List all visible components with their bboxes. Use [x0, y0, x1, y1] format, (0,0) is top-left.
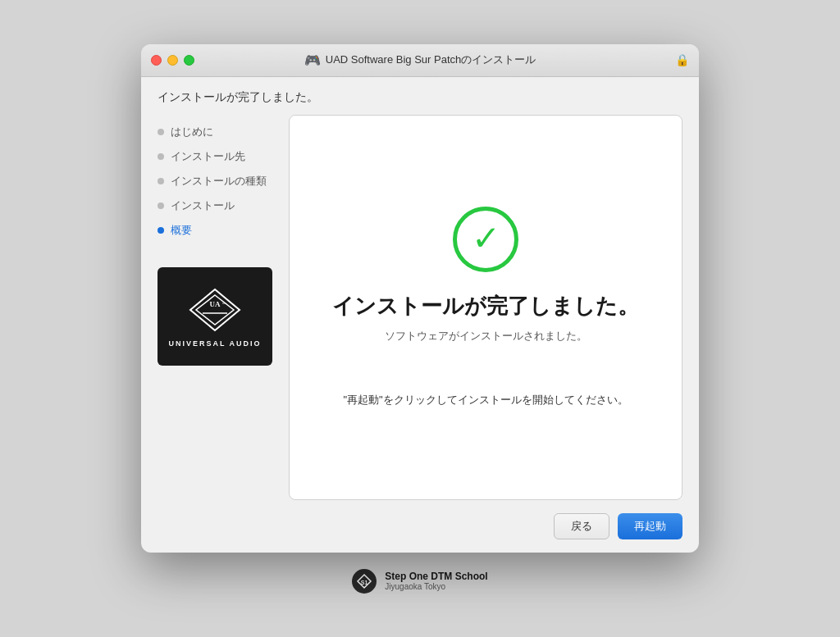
minimize-button[interactable] — [167, 55, 178, 66]
top-header: インストールが完了しました。 — [141, 77, 699, 115]
school-name: Step One DTM School — [385, 571, 487, 582]
sidebar: はじめに インストール先 インストールの種類 インストール — [158, 115, 289, 513]
sidebar-item-summary: 概要 — [158, 218, 281, 243]
success-subtitle: ソフトウェアがインストールされました。 — [385, 329, 587, 344]
title-bar-center: 🎮 UAD Software Big Sur Patchのインストール — [304, 52, 536, 68]
installer-window: 🎮 UAD Software Big Sur Patchのインストール 🔒 イン… — [141, 44, 699, 553]
sidebar-item-intro: はじめに — [158, 120, 281, 144]
svg-text:S1: S1 — [361, 580, 368, 585]
sidebar-label-intro: はじめに — [171, 125, 213, 139]
sidebar-item-destination: インストール先 — [158, 144, 281, 169]
window-title: UAD Software Big Sur Patchのインストール — [326, 52, 536, 67]
sidebar-dot-summary — [158, 227, 164, 234]
brand-text: UNIVERSAL AUDIO — [168, 339, 261, 348]
sidebar-dot-install — [158, 202, 164, 209]
restart-notice: "再起動"をクリックしてインストールを開始してください。 — [343, 393, 628, 407]
sidebar-dot-destination — [158, 153, 164, 160]
close-button[interactable] — [151, 55, 162, 66]
content-area: はじめに インストール先 インストールの種類 インストール — [141, 115, 699, 513]
title-bar: 🎮 UAD Software Big Sur Patchのインストール 🔒 — [141, 44, 699, 77]
back-button[interactable]: 戻る — [554, 513, 609, 539]
school-branding: S1 Step One DTM School Jiyugaoka Tokyo — [352, 569, 487, 594]
desktop: 🎮 UAD Software Big Sur Patchのインストール 🔒 イン… — [0, 0, 840, 637]
sidebar-item-install: インストール — [158, 193, 281, 218]
sidebar-item-type: インストールの種類 — [158, 169, 281, 193]
checkmark-icon: ✓ — [472, 221, 500, 256]
sidebar-label-install: インストール — [171, 198, 235, 213]
ua-logo-svg: UA inc. — [186, 285, 244, 334]
title-icon: 🎮 — [304, 52, 321, 68]
restart-button[interactable]: 再起動 — [618, 513, 682, 539]
success-title: インストールが完了しました。 — [332, 292, 639, 321]
ua-logo-box: UA inc. UNIVERSAL AUDIO — [158, 267, 272, 366]
sidebar-label-summary: 概要 — [171, 223, 192, 238]
main-panel: ✓ インストールが完了しました。 ソフトウェアがインストールされました。 "再起… — [289, 115, 682, 500]
sidebar-label-type: インストールの種類 — [171, 174, 267, 189]
svg-text:inc.: inc. — [222, 301, 227, 305]
school-logo-svg: S1 — [356, 573, 372, 589]
header-text: インストールが完了しました。 — [158, 90, 318, 103]
sidebar-label-destination: インストール先 — [171, 149, 245, 164]
traffic-lights — [151, 55, 194, 66]
sidebar-dot-type — [158, 178, 164, 184]
maximize-button[interactable] — [184, 55, 194, 66]
window-body: インストールが完了しました。 はじめに インストール先 イン — [141, 77, 699, 553]
check-circle: ✓ — [453, 207, 518, 272]
svg-text:UA: UA — [210, 300, 221, 308]
school-text: Step One DTM School Jiyugaoka Tokyo — [385, 571, 487, 591]
lock-icon: 🔒 — [675, 53, 689, 66]
sidebar-dot-intro — [158, 129, 164, 135]
school-location: Jiyugaoka Tokyo — [385, 582, 487, 591]
school-logo: S1 — [352, 569, 377, 594]
button-bar: 戻る 再起動 — [141, 513, 699, 553]
